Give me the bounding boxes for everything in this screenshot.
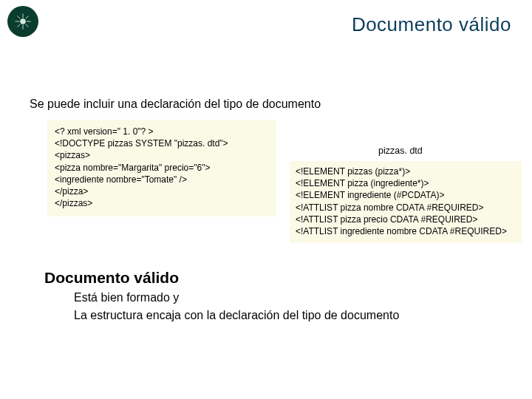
valid-doc-heading: Documento válido	[44, 269, 179, 287]
university-logo	[7, 6, 38, 37]
valid-doc-line1: Está bien formado y	[74, 291, 179, 304]
valid-doc-line2: La estructura encaja con la declaración …	[74, 309, 399, 322]
slide-title: Documento válido	[352, 13, 511, 36]
svg-point-9	[20, 18, 26, 24]
dtd-filename: pizzas. dtd	[378, 146, 423, 156]
dtd-code-block: <!ELEMENT pizzas (pizza*)> <!ELEMENT piz…	[290, 161, 522, 243]
intro-text: Se puede incluir una declaración del tip…	[30, 98, 321, 111]
xml-code-block: <? xml version=" 1. 0"? > <!DOCTYPE pizz…	[47, 120, 276, 216]
crest-icon	[12, 10, 34, 33]
